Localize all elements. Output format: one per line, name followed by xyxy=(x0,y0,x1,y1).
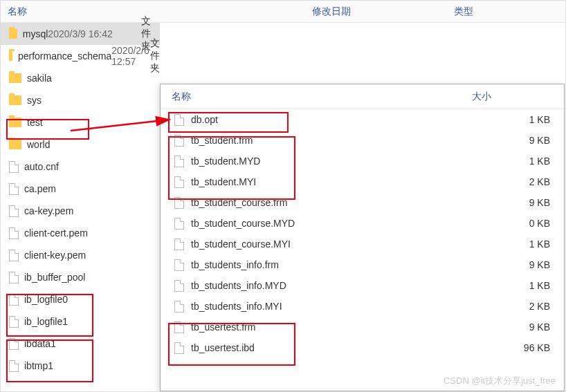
file-row[interactable]: db.opt1 KB xyxy=(161,109,564,130)
file-row[interactable]: tb_students_info.MYI2 KB xyxy=(161,296,564,317)
file-name: ibdata1 xyxy=(24,338,160,349)
file-name: tb_usertest.ibd xyxy=(191,342,482,353)
file-size: 1 KB xyxy=(482,280,564,291)
folder-icon xyxy=(9,51,12,61)
file-name: tb_usertest.frm xyxy=(191,321,482,333)
file-row[interactable]: tb_student.MYI2 KB xyxy=(161,171,564,192)
file-row[interactable]: tb_student.MYD1 KB xyxy=(161,151,564,171)
file-row[interactable]: ca.pem xyxy=(1,178,160,200)
file-name: tb_students_info.MYI xyxy=(191,301,482,312)
file-icon xyxy=(174,197,184,209)
file-name: tb_students_info.MYD xyxy=(191,280,482,291)
file-icon xyxy=(174,176,184,188)
file-icon xyxy=(174,239,184,250)
file-row[interactable]: mysql2020/3/9 16:42文件夹 xyxy=(1,23,160,45)
file-icon xyxy=(9,183,19,195)
file-name: tb_student_course.MYI xyxy=(191,239,482,250)
folder-icon xyxy=(9,140,21,149)
file-row[interactable]: ib_logfile1 xyxy=(1,310,160,333)
file-icon xyxy=(174,114,184,126)
file-size: 0 KB xyxy=(482,218,564,229)
file-name: world xyxy=(27,139,160,150)
file-size: 2 KB xyxy=(482,176,564,187)
file-row[interactable]: sakila xyxy=(1,67,160,89)
file-row[interactable]: ibtmp1 xyxy=(1,355,160,377)
file-name: tb_student_course.MYD xyxy=(191,218,482,229)
file-row[interactable]: auto.cnf xyxy=(1,156,160,178)
file-name: ib_logfile0 xyxy=(24,294,160,305)
right-folder-window: 名称 大小 db.opt1 KBtb_student.frm9 KBtb_stu… xyxy=(160,84,565,391)
file-icon xyxy=(9,316,19,328)
main-column-header[interactable]: 名称 修改日期 类型 xyxy=(1,1,565,23)
file-icon xyxy=(9,294,19,306)
file-row[interactable]: ca-key.pem xyxy=(1,200,160,222)
file-row[interactable]: performance_schema2020/2/6 12:57文件夹 xyxy=(1,45,160,67)
file-icon xyxy=(174,259,184,271)
file-name: tb_student.MYI xyxy=(191,176,482,187)
file-row[interactable]: tb_students_info.frm9 KB xyxy=(161,254,564,275)
file-row[interactable]: ibdata1 xyxy=(1,333,160,355)
col-name-header[interactable]: 名称 xyxy=(161,91,472,103)
file-icon xyxy=(174,135,184,147)
file-size: 9 KB xyxy=(482,321,564,333)
col-date-header[interactable]: 修改日期 xyxy=(305,6,447,18)
file-name: sys xyxy=(27,95,160,106)
file-name: client-key.pem xyxy=(24,250,160,261)
file-icon xyxy=(9,161,19,173)
file-icon xyxy=(9,250,19,261)
folder-icon xyxy=(9,73,21,83)
file-row[interactable]: tb_student_course.MYI1 KB xyxy=(161,234,564,254)
left-file-list: mysql2020/3/9 16:42文件夹performance_schema… xyxy=(1,23,160,377)
file-name: ca-key.pem xyxy=(24,205,160,216)
file-name: tb_student.frm xyxy=(191,135,482,146)
file-name: sakila xyxy=(27,73,160,84)
file-size: 2 KB xyxy=(482,301,564,312)
folder-icon xyxy=(9,95,21,105)
file-row[interactable]: tb_student_course.MYD0 KB xyxy=(161,213,564,234)
file-icon xyxy=(9,338,19,350)
file-name: tb_student.MYD xyxy=(191,156,482,167)
file-icon xyxy=(9,205,19,217)
file-name: performance_schema xyxy=(18,50,111,62)
file-row[interactable]: ib_logfile0 xyxy=(1,288,160,310)
col-size-header[interactable]: 大小 xyxy=(472,91,564,103)
file-name: mysql xyxy=(23,28,48,39)
file-name: auto.cnf xyxy=(24,161,160,172)
file-row[interactable]: tb_student.frm9 KB xyxy=(161,130,564,151)
file-icon xyxy=(9,272,19,283)
file-row[interactable]: sys xyxy=(1,89,160,111)
file-size: 1 KB xyxy=(482,156,564,167)
file-name: ib_logfile1 xyxy=(24,316,160,327)
file-type: 文件夹 xyxy=(150,37,160,75)
file-date: 2020/3/9 16:42 xyxy=(48,28,140,39)
file-icon xyxy=(174,280,184,292)
file-name: ib_buffer_pool xyxy=(24,272,160,283)
file-icon xyxy=(174,156,184,167)
file-row[interactable]: world xyxy=(1,133,160,156)
file-row[interactable]: tb_usertest.ibd96 KB xyxy=(161,337,564,358)
file-size: 9 KB xyxy=(482,259,564,270)
file-date: 2020/2/6 12:57 xyxy=(111,45,150,67)
file-size: 96 KB xyxy=(482,342,564,353)
file-row[interactable]: client-cert.pem xyxy=(1,222,160,244)
file-name: tb_students_info.frm xyxy=(191,259,482,270)
file-row[interactable]: ib_buffer_pool xyxy=(1,266,160,288)
file-name: ca.pem xyxy=(24,183,160,194)
file-icon xyxy=(174,301,184,312)
file-row[interactable]: tb_student_course.frm9 KB xyxy=(161,192,564,213)
file-row[interactable]: test xyxy=(1,111,160,133)
file-name: tb_student_course.frm xyxy=(191,197,482,208)
file-row[interactable]: tb_usertest.frm9 KB xyxy=(161,317,564,337)
col-type-header[interactable]: 类型 xyxy=(447,6,565,18)
folder-icon xyxy=(9,29,17,39)
file-name: db.opt xyxy=(191,114,482,125)
file-icon xyxy=(174,321,184,333)
file-row[interactable]: tb_students_info.MYD1 KB xyxy=(161,275,564,296)
file-size: 9 KB xyxy=(482,135,564,146)
file-icon xyxy=(174,218,184,230)
right-column-header[interactable]: 名称 大小 xyxy=(161,84,564,109)
folder-icon xyxy=(9,118,21,127)
file-row[interactable]: client-key.pem xyxy=(1,244,160,266)
watermark: CSDN @it技术分享just_free xyxy=(444,375,556,387)
file-name: client-cert.pem xyxy=(24,227,160,239)
